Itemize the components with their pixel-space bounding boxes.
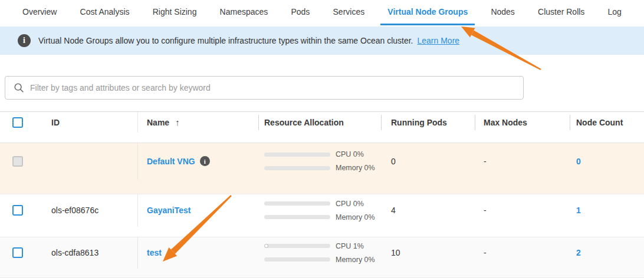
row-checkbox[interactable]: [12, 247, 23, 258]
memory-usage-bar: [264, 257, 330, 262]
info-banner-text: Virtual Node Groups allow you to configu…: [38, 36, 413, 45]
table-row: Default VNG i CPU 0% Memory 0% 0: [0, 143, 644, 194]
vng-id: ols-cdfa8613: [35, 237, 137, 269]
row-checkbox[interactable]: [12, 205, 23, 216]
table-header: ID Name ↑ Resource Allocation Running Po…: [0, 112, 644, 143]
column-divider: [258, 115, 259, 130]
column-header-max-label: Max Nodes: [484, 118, 527, 127]
node-count-link[interactable]: 1: [576, 206, 581, 215]
running-pods-value: 10: [381, 237, 475, 269]
column-header-count-label: Node Count: [576, 118, 623, 127]
vng-name-link[interactable]: test: [147, 248, 162, 257]
tab-services[interactable]: Services: [326, 0, 372, 25]
running-pods-value: 4: [381, 194, 475, 227]
cpu-usage-label: CPU 1%: [336, 242, 364, 250]
cpu-usage-label: CPU 0%: [336, 200, 364, 208]
running-pods-value: 0: [381, 143, 475, 180]
column-divider: [570, 115, 570, 130]
tab-log[interactable]: Log: [601, 0, 629, 25]
search-icon: [14, 82, 24, 93]
node-count-link[interactable]: 2: [576, 248, 581, 257]
max-nodes-value: -: [475, 237, 570, 269]
tab-overview[interactable]: Overview: [15, 0, 64, 25]
column-header-max-nodes[interactable]: Max Nodes: [475, 112, 570, 133]
cpu-usage-bar: [264, 201, 330, 206]
info-icon[interactable]: i: [200, 156, 210, 166]
tab-cost-analysis[interactable]: Cost Analysis: [73, 0, 137, 25]
column-header-id[interactable]: ID: [35, 112, 137, 133]
tab-nodes[interactable]: Nodes: [484, 0, 521, 25]
vng-id: [35, 143, 137, 180]
cpu-usage-label: CPU 0%: [336, 150, 364, 158]
tab-pods[interactable]: Pods: [284, 0, 317, 25]
node-count-link[interactable]: 0: [576, 157, 581, 166]
column-header-name-label: Name: [147, 118, 169, 127]
column-header-running-pods[interactable]: Running Pods: [381, 112, 475, 133]
column-divider: [475, 115, 475, 130]
column-divider: [381, 115, 382, 130]
tab-right-sizing[interactable]: Right Sizing: [146, 0, 204, 25]
cluster-tab-bar: Overview Cost Analysis Right Sizing Name…: [0, 0, 644, 25]
filter-search-box[interactable]: [5, 76, 524, 100]
memory-usage-label: Memory 0%: [336, 164, 375, 172]
cpu-usage-bar-fill: [264, 244, 268, 248]
memory-usage-label: Memory 0%: [336, 256, 375, 264]
vng-name-link[interactable]: GayaniTest: [147, 206, 190, 215]
info-icon: i: [18, 34, 31, 47]
tab-namespaces[interactable]: Namespaces: [213, 0, 275, 25]
vng-table: ID Name ↑ Resource Allocation Running Po…: [0, 111, 644, 278]
memory-usage-label: Memory 0%: [336, 213, 375, 221]
resource-allocation: CPU 0% Memory 0%: [264, 200, 375, 221]
max-nodes-value: -: [475, 143, 570, 180]
column-header-resource-label: Resource Allocation: [264, 118, 344, 127]
row-checkbox: [12, 156, 23, 167]
memory-usage-bar: [264, 166, 330, 170]
column-header-name[interactable]: Name ↑: [137, 112, 258, 133]
vng-id: ols-ef08676c: [35, 194, 137, 227]
learn-more-link[interactable]: Learn More: [418, 36, 460, 45]
sort-ascending-icon: ↑: [175, 117, 180, 127]
tab-cluster-rolls[interactable]: Cluster Rolls: [531, 0, 592, 25]
vng-name-link[interactable]: Default VNG: [147, 157, 195, 166]
info-banner: i Virtual Node Groups allow you to confi…: [0, 27, 644, 55]
select-all-checkbox[interactable]: [12, 117, 23, 128]
table-row: ols-ef08676c GayaniTest CPU 0% Memory 0%: [0, 194, 644, 237]
max-nodes-value: -: [475, 194, 570, 227]
cpu-usage-bar: [264, 153, 330, 157]
cpu-usage-bar: [264, 244, 330, 248]
column-header-node-count[interactable]: Node Count: [570, 112, 644, 133]
table-row: ols-cdfa8613 test CPU 1% Memory 0%: [0, 237, 644, 278]
search-input[interactable]: [30, 83, 515, 92]
resource-allocation: CPU 1% Memory 0%: [264, 242, 375, 264]
column-header-resource-allocation[interactable]: Resource Allocation: [258, 112, 381, 133]
tab-virtual-node-groups[interactable]: Virtual Node Groups: [380, 0, 475, 25]
memory-usage-bar: [264, 215, 330, 219]
resource-allocation: CPU 0% Memory 0%: [264, 150, 375, 172]
column-header-pods-label: Running Pods: [391, 118, 447, 127]
